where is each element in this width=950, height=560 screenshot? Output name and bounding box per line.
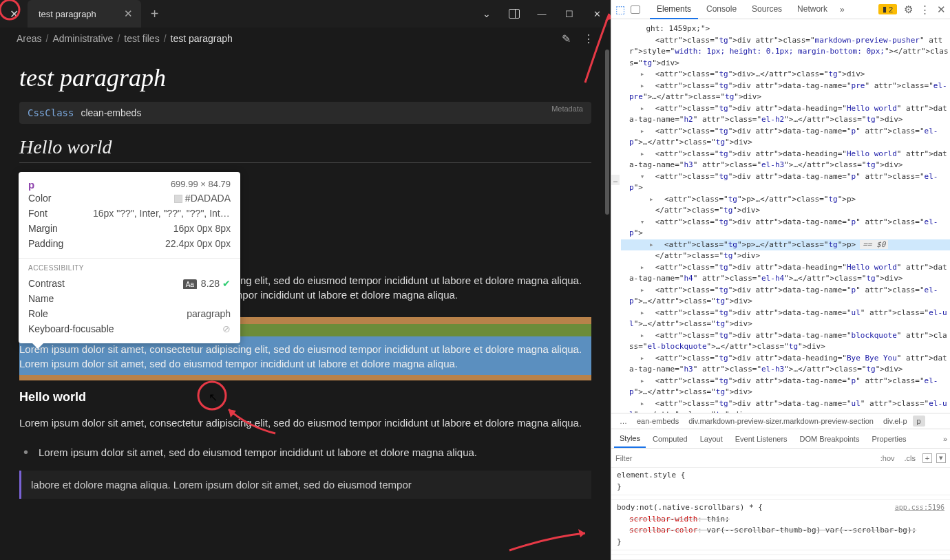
close-devtools-icon[interactable]: ✕ <box>937 3 946 16</box>
dom-node[interactable]: ▸<attr">class="tg">div attr">data-headin… <box>621 353 950 376</box>
dom-node[interactable]: ▸<attr">class="tg">div attr">data-tag-na… <box>621 308 950 330</box>
split-pane-icon[interactable] <box>500 0 528 28</box>
crumb[interactable]: Areas <box>17 33 42 44</box>
dom-node[interactable]: ▸<attr">class="tg">div attr">data-headin… <box>621 103 950 126</box>
dom-crumbs[interactable]: …ean-embedsdiv.markdown-preview-sizer.ma… <box>611 413 950 429</box>
devtools-tab[interactable]: Console <box>699 0 743 19</box>
tab-title: test paragraph <box>39 9 96 19</box>
styles-filter-input[interactable] <box>615 454 874 462</box>
styles-panel[interactable]: element.style {}</span><div class="sel-t… <box>611 468 950 560</box>
dom-crumb[interactable]: div.el-p <box>879 416 911 427</box>
dom-node[interactable]: ▸<attr">class="tg">p>…</attr">class="tg"… <box>621 194 950 206</box>
dom-node[interactable]: ▸<attr">class="tg">p>…</attr">class="tg"… <box>621 239 950 251</box>
css-rule[interactable]: </span><div class="sel-txt">p {</div><di… <box>611 555 950 560</box>
tooltip-tag: p <box>28 179 34 191</box>
crumb-current: test paragraph <box>171 33 233 44</box>
styles-tab[interactable]: Computed <box>647 431 693 447</box>
dom-tree[interactable]: … ght: 1459px;"> <attr">class="tg">div a… <box>611 19 950 413</box>
tab-active[interactable]: test paragraph ✕ <box>28 0 141 28</box>
devtools-tab[interactable]: Sources <box>745 0 789 19</box>
new-tab-button[interactable]: + <box>141 6 169 22</box>
dom-node[interactable]: ▸<attr">class="tg">div attr">data-tag-na… <box>621 126 950 149</box>
a11y-heading: ACCESSIBILITY <box>28 264 231 272</box>
dom-node[interactable]: ▸<attr">class="tg">div attr">data-headin… <box>621 262 950 285</box>
heading-h3: Hello world <box>19 390 591 405</box>
new-style-rule[interactable]: + <box>922 453 932 463</box>
dom-node[interactable]: ▸<attr">class="tg">div attr">data-tag-na… <box>621 376 950 398</box>
close-prev-tab[interactable]: ✕ <box>0 8 28 21</box>
css-rule[interactable]: </span><div class="sel-txt">.markdown-pr… <box>611 495 950 500</box>
page-title: test paragraph <box>19 63 591 92</box>
dom-crumb[interactable]: div.markdown-preview-sizer.markdown-prev… <box>684 416 878 427</box>
styles-filter-row: :hov .cls + ▾ <box>611 449 950 468</box>
edit-icon[interactable]: ✎ <box>562 32 571 45</box>
dom-node[interactable]: ght: 1459px;"> <box>621 23 950 35</box>
dom-node[interactable]: ▸<attr">class="tg">div attr">data-tag-na… <box>621 285 950 308</box>
close-window-button[interactable]: ✕ <box>583 0 611 28</box>
crumb[interactable]: Administrative <box>52 33 113 44</box>
styles-pane-menu[interactable]: ▾ <box>936 453 946 463</box>
gear-icon[interactable]: ⚙ <box>904 3 913 16</box>
dom-node[interactable]: ▸<attr">class="tg">div attr">data-tag-na… <box>621 80 950 103</box>
dom-node[interactable]: </attr">class="tg">div> <box>621 205 950 217</box>
blockquote: labore et dolore magna aliqua. Lorem ips… <box>19 471 591 499</box>
devtools-tab[interactable]: Elements <box>650 0 698 19</box>
dom-node[interactable]: ▾<attr">class="tg">div attr">data-tag-na… <box>621 171 950 194</box>
list-item: Lorem ipsum dolor sit amet, sed do eiusm… <box>33 445 591 460</box>
kebab-icon[interactable]: ⋮ <box>920 3 930 16</box>
styles-tabs: StylesComputedLayoutEvent ListenersDOM B… <box>611 429 950 449</box>
maximize-button[interactable]: ☐ <box>556 0 583 28</box>
minimize-button[interactable]: — <box>528 0 556 28</box>
css-rule[interactable]: </span><div class="sel-txt">p {</div><di… <box>611 550 950 555</box>
dom-node[interactable]: <attr">class="tg">div attr">class="markd… <box>621 35 950 69</box>
paragraph-selected: Lorem ipsum dolor sit amet, consectetur … <box>19 342 591 371</box>
dom-node[interactable]: ▾<attr">class="tg">div attr">data-tag-na… <box>621 217 950 239</box>
dom-node[interactable]: ▸<attr">class="tg">div attr">data-tag-na… <box>621 330 950 353</box>
chevron-down-icon[interactable]: ⌄ <box>473 0 500 28</box>
meta-key: CssClass <box>28 107 74 118</box>
more-styles-tabs[interactable]: » <box>943 435 947 443</box>
more-tabs-icon[interactable]: » <box>840 5 845 14</box>
breadcrumb: Areas/ Administrative/ test files/ test … <box>0 28 611 50</box>
devtools-toolbar: ⬚ ElementsConsoleSourcesNetwork » ▮ 2 ⚙ … <box>611 0 950 19</box>
inspector-tooltip: p699.99 × 84.79 Color#DADADAFont16px "??… <box>19 172 240 343</box>
device-toggle-icon[interactable] <box>631 6 640 14</box>
issues-badge[interactable]: ▮ 2 <box>878 4 897 14</box>
meta-value: clean-embeds <box>81 107 141 118</box>
dom-node[interactable]: ▸<attr">class="tg">div>…</attr">class="t… <box>621 69 950 80</box>
styles-tab[interactable]: Properties <box>866 431 911 447</box>
css-rule[interactable]: element.style {} <box>611 468 950 495</box>
css-rule[interactable]: app.css:5196body:not(.native-scrollbars)… <box>611 500 950 550</box>
cls-toggle[interactable]: .cls <box>902 453 919 464</box>
more-icon[interactable]: ⋮ <box>583 32 594 45</box>
styles-tab[interactable]: Event Listeners <box>730 431 793 447</box>
heading-h2: Hello world <box>19 136 591 163</box>
devtools-tab[interactable]: Network <box>790 0 834 19</box>
devtools-pane: ⬚ ElementsConsoleSourcesNetwork » ▮ 2 ⚙ … <box>611 0 950 560</box>
element-picker-icon[interactable]: ⬚ <box>615 3 625 16</box>
dom-node[interactable]: </attr">class="tg">div> <box>621 250 950 262</box>
tooltip-dim: 699.99 × 84.79 <box>171 179 231 189</box>
paragraph: Lorem ipsum dolor sit amet, consectetur … <box>19 416 591 430</box>
titlebar: ✕ test paragraph ✕ + ⌄ — ☐ ✕ <box>0 0 611 28</box>
styles-tab[interactable]: Styles <box>614 430 646 448</box>
meta-label: Metadata <box>551 105 583 113</box>
close-icon[interactable]: ✕ <box>124 8 133 20</box>
dom-node[interactable]: ▸<attr">class="tg">div attr">data-headin… <box>621 149 950 171</box>
styles-tab[interactable]: DOM Breakpoints <box>794 431 865 447</box>
dom-crumb[interactable]: … <box>615 416 631 427</box>
hov-toggle[interactable]: :hov <box>878 453 898 464</box>
dom-node[interactable]: ▸<attr">class="tg">div attr">data-tag-na… <box>621 398 950 413</box>
crumb[interactable]: test files <box>124 33 159 44</box>
metadata-box: CssClass clean-embeds Metadata <box>19 102 591 124</box>
dom-crumb[interactable]: ean-embeds <box>633 416 683 427</box>
list: Lorem ipsum dolor sit amet, sed do eiusm… <box>19 445 591 460</box>
styles-tab[interactable]: Layout <box>695 431 728 447</box>
mouse-cursor: ↖ <box>209 391 218 404</box>
scrollbar[interactable] <box>604 50 611 560</box>
dom-crumb[interactable]: p <box>913 416 925 427</box>
